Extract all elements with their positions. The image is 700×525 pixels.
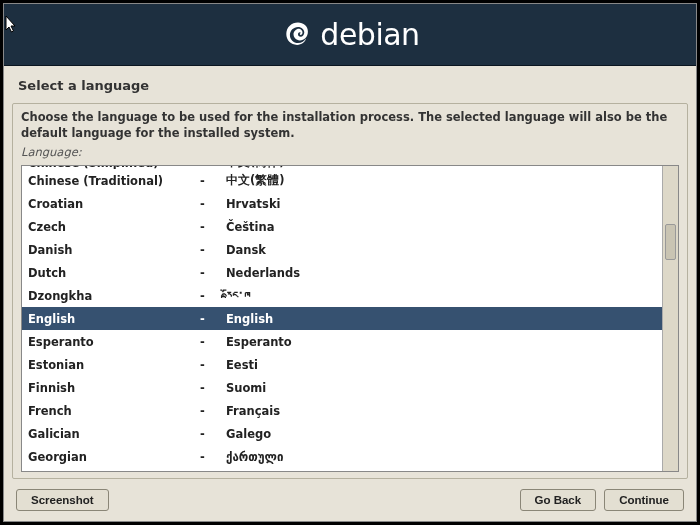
separator: - <box>200 312 226 326</box>
screenshot-button[interactable]: Screenshot <box>16 489 109 511</box>
language-name: Danish <box>28 243 200 257</box>
separator: - <box>200 174 226 188</box>
language-row[interactable]: Dutch-Nederlands <box>22 261 662 284</box>
language-row[interactable]: Chinese (Traditional)-中文(繁體) <box>22 169 662 192</box>
footer: Screenshot Go Back Continue <box>4 479 696 521</box>
language-name: Esperanto <box>28 335 200 349</box>
language-native: Français <box>226 404 662 418</box>
language-row[interactable]: Galician-Galego <box>22 422 662 445</box>
separator: - <box>200 266 226 280</box>
language-name: Galician <box>28 427 200 441</box>
language-row[interactable]: Danish-Dansk <box>22 238 662 261</box>
separator: - <box>200 358 226 372</box>
language-native: 中文(简体) <box>226 166 662 169</box>
language-name: Dutch <box>28 266 200 280</box>
language-name: Georgian <box>28 450 200 464</box>
separator: - <box>200 381 226 395</box>
separator: - <box>200 335 226 349</box>
description: Choose the language to be used for the i… <box>21 110 679 141</box>
language-row[interactable]: Finnish-Suomi <box>22 376 662 399</box>
language-native: Nederlands <box>226 266 662 280</box>
language-name: Dzongkha <box>28 289 200 303</box>
language-native: Galego <box>226 427 662 441</box>
language-row[interactable]: Chinese (Simplified)-中文(简体) <box>22 166 662 169</box>
language-name: Czech <box>28 220 200 234</box>
language-list[interactable]: Chinese (Simplified)-中文(简体)Chinese (Trad… <box>22 166 662 471</box>
language-name: Chinese (Traditional) <box>28 174 200 188</box>
debian-swirl-icon <box>280 17 316 53</box>
language-row[interactable]: Czech-Čeština <box>22 215 662 238</box>
separator: - <box>200 197 226 211</box>
separator: - <box>200 450 226 464</box>
language-row[interactable]: French-Français <box>22 399 662 422</box>
language-native: Esperanto <box>226 335 662 349</box>
language-native: རྫོང་ཁ <box>226 289 662 303</box>
go-back-button[interactable]: Go Back <box>520 489 597 511</box>
language-row[interactable]: English-English <box>22 307 662 330</box>
language-native: Hrvatski <box>226 197 662 211</box>
language-row[interactable]: Esperanto-Esperanto <box>22 330 662 353</box>
separator: - <box>200 243 226 257</box>
installer-window: debian Select a language Choose the lang… <box>3 3 697 522</box>
language-name: Estonian <box>28 358 200 372</box>
language-native: Suomi <box>226 381 662 395</box>
separator: - <box>200 404 226 418</box>
language-row[interactable]: Dzongkha-རྫོང་ཁ <box>22 284 662 307</box>
language-row[interactable]: German-Deutsch <box>22 468 662 471</box>
language-native: Dansk <box>226 243 662 257</box>
language-row[interactable]: Georgian-ქართული <box>22 445 662 468</box>
language-row[interactable]: Croatian-Hrvatski <box>22 192 662 215</box>
language-native: 中文(繁體) <box>226 173 662 188</box>
scrollbar-thumb[interactable] <box>665 224 676 260</box>
page-title: Select a language <box>4 66 696 103</box>
language-row[interactable]: Estonian-Eesti <box>22 353 662 376</box>
scrollbar[interactable] <box>662 166 678 471</box>
separator: - <box>200 166 226 169</box>
content-panel: Choose the language to be used for the i… <box>12 103 688 479</box>
language-native: English <box>226 312 662 326</box>
separator: - <box>200 289 226 303</box>
separator: - <box>200 220 226 234</box>
language-native: Čeština <box>226 220 662 234</box>
logo: debian <box>280 17 419 53</box>
language-name: Finnish <box>28 381 200 395</box>
separator: - <box>200 427 226 441</box>
language-name: English <box>28 312 200 326</box>
language-native: Eesti <box>226 358 662 372</box>
language-name: Croatian <box>28 197 200 211</box>
language-name: Chinese (Simplified) <box>28 166 200 169</box>
continue-button[interactable]: Continue <box>604 489 684 511</box>
header: debian <box>4 4 696 66</box>
language-name: French <box>28 404 200 418</box>
language-label: Language: <box>21 145 679 159</box>
language-native: ქართული <box>226 450 662 464</box>
brand-text: debian <box>320 17 419 52</box>
language-list-container: Chinese (Simplified)-中文(简体)Chinese (Trad… <box>21 165 679 472</box>
